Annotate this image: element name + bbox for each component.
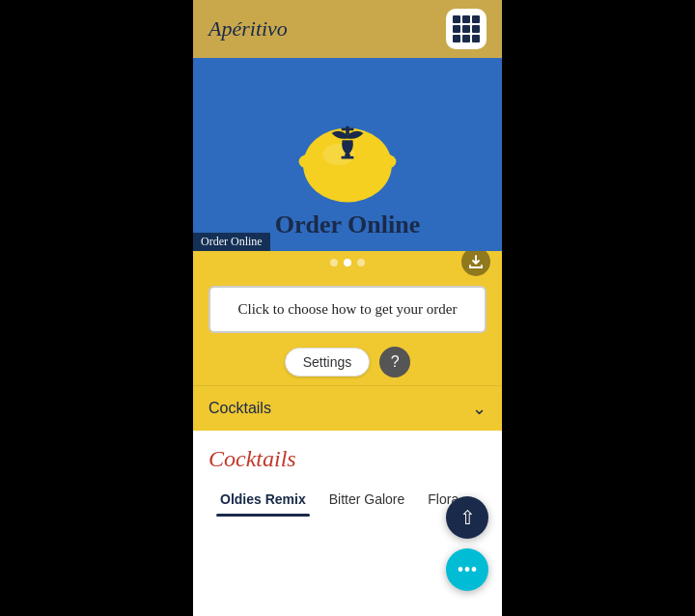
- tab-bitter-galore[interactable]: Bitter Galore: [318, 486, 417, 517]
- cocktails-heading: Cocktails: [208, 446, 486, 472]
- settings-button[interactable]: Settings: [285, 348, 371, 377]
- help-button[interactable]: ?: [379, 347, 410, 378]
- carousel-dot[interactable]: [357, 259, 365, 266]
- order-button-wrapper: Click to choose how to get your order: [193, 272, 502, 343]
- svg-rect-7: [342, 156, 354, 159]
- app-title: Apéritivo: [208, 16, 288, 42]
- hero-dots-row: [193, 251, 502, 272]
- carousel-dot[interactable]: [330, 259, 338, 266]
- lemon-container: [285, 101, 410, 208]
- svg-point-0: [303, 128, 392, 203]
- tab-oldies-remix[interactable]: Oldies Remix: [208, 486, 318, 517]
- settings-row: Settings ?: [193, 343, 502, 385]
- phone-frame: Apéritivo: [193, 0, 502, 616]
- scroll-up-button[interactable]: ⇧: [446, 496, 488, 539]
- download-icon: [468, 254, 484, 269]
- category-tabs: Oldies Remix Bitter Galore Flora... ›: [208, 486, 486, 517]
- header: Apéritivo: [193, 0, 502, 58]
- chevron-down-icon: ⌄: [472, 398, 486, 419]
- hero-section: Order Online Order Online: [193, 58, 502, 251]
- hero-label: Order Online: [193, 233, 270, 251]
- carousel-dot-active[interactable]: [344, 259, 351, 266]
- svg-rect-5: [342, 128, 354, 131]
- cocktails-dropdown-row[interactable]: Cocktails ⌄: [193, 385, 502, 431]
- cocktails-dropdown-label: Cocktails: [208, 400, 271, 417]
- order-method-button[interactable]: Click to choose how to get your order: [208, 286, 486, 333]
- svg-point-1: [299, 154, 317, 169]
- svg-point-2: [378, 154, 396, 169]
- grid-menu-button[interactable]: [446, 9, 486, 49]
- more-options-button[interactable]: •••: [446, 548, 488, 591]
- lemon-illustration: [285, 101, 410, 208]
- grid-icon: [453, 15, 480, 42]
